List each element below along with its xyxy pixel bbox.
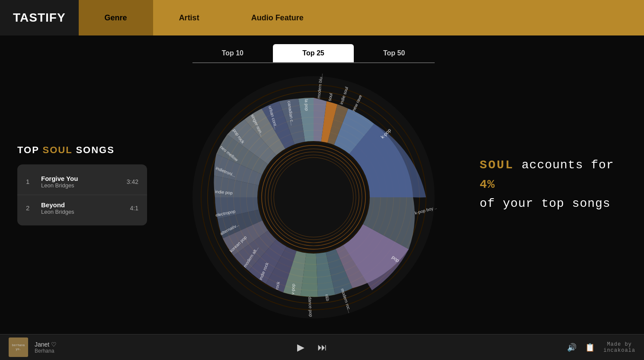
section-title: TOP SOUL SONGS — [17, 145, 147, 156]
nav-genre[interactable]: Genre — [79, 0, 153, 35]
song-info-1: Forgive You Leon Bridges — [41, 175, 120, 189]
tabs: Top 10 Top 25 Top 50 — [192, 44, 435, 63]
now-playing-album: Berhana — [35, 348, 57, 354]
song-title-2: Beyond — [41, 201, 124, 209]
nav-audio-feature[interactable]: Audio Feature — [225, 0, 330, 35]
play-button[interactable]: ▶ — [297, 342, 304, 353]
songs-list: 1 Forgive You Leon Bridges 3:42 2 Beyond… — [17, 164, 147, 225]
song-artist-2: Leon Bridges — [41, 209, 124, 215]
song-rank-1: 1 — [26, 178, 35, 185]
album-thumb-text: berhanayo. — [12, 344, 25, 351]
made-by-line2: incakoala — [603, 347, 635, 354]
stats-line2: of your top songs — [480, 197, 611, 210]
song-rank-2: 2 — [26, 204, 35, 212]
stats-genre: SOUL — [480, 158, 514, 172]
tab-top50[interactable]: Top 50 — [354, 44, 435, 62]
tab-top10[interactable]: Top 10 — [192, 44, 273, 62]
tab-top25[interactable]: Top 25 — [273, 44, 354, 62]
song-item-1[interactable]: 1 Forgive You Leon Bridges 3:42 — [17, 169, 147, 195]
song-title-1: Forgive You — [41, 175, 120, 182]
svg-text:v-pop: v-pop — [290, 283, 296, 295]
title-end: SONGS — [72, 145, 115, 155]
now-playing-info: Janet ♡ Berhana — [35, 341, 57, 354]
stats-pct: 4% — [480, 178, 495, 191]
center-content: Top 10 Top 25 Top 50 — [164, 35, 462, 334]
made-by: Made by incakoala — [603, 341, 635, 354]
title-genre: SOUL — [43, 145, 73, 155]
song-artist-1: Leon Bridges — [41, 182, 120, 189]
main-content: TOP SOUL SONGS 1 Forgive You Leon Bridge… — [0, 35, 644, 334]
bottom-right-controls: 🔊 📋 Made by incakoala — [567, 341, 635, 354]
queue-icon[interactable]: 📋 — [585, 343, 595, 352]
made-by-line1: Made by — [603, 341, 635, 347]
vinyl-svg: berhana yo. — [188, 72, 439, 323]
player-controls: ▶ ⏭ — [63, 342, 561, 353]
left-panel: TOP SOUL SONGS 1 Forgive You Leon Bridge… — [0, 35, 164, 334]
song-duration-2: 4:1 — [130, 205, 138, 212]
stats-line1: accounts for — [514, 158, 614, 172]
right-panel: SOUL accounts for 4% of your top songs — [462, 35, 644, 334]
bottom-bar: berhanayo. Janet ♡ Berhana ▶ ⏭ 🔊 📋 Made … — [0, 334, 644, 360]
title-start: TOP — [17, 145, 43, 155]
volume-icon[interactable]: 🔊 — [567, 343, 577, 352]
stats-text: SOUL accounts for 4% of your top songs — [480, 156, 627, 214]
vinyl-chart: berhana yo. — [188, 72, 439, 323]
nav-artist[interactable]: Artist — [153, 0, 225, 35]
svg-text:la pop: la pop — [304, 99, 309, 111]
song-info-2: Beyond Leon Bridges — [41, 201, 124, 215]
album-thumbnail: berhanayo. — [9, 338, 28, 357]
header: TASTIFY Genre Artist Audio Feature — [0, 0, 644, 35]
nav: Genre Artist Audio Feature — [79, 0, 330, 35]
song-item-2[interactable]: 2 Beyond Leon Bridges 4:1 — [17, 195, 147, 221]
song-duration-1: 3:42 — [127, 178, 138, 185]
logo: TASTIFY — [0, 0, 79, 35]
next-button[interactable]: ⏭ — [317, 342, 327, 353]
now-playing-artist: Janet ♡ — [35, 341, 57, 348]
